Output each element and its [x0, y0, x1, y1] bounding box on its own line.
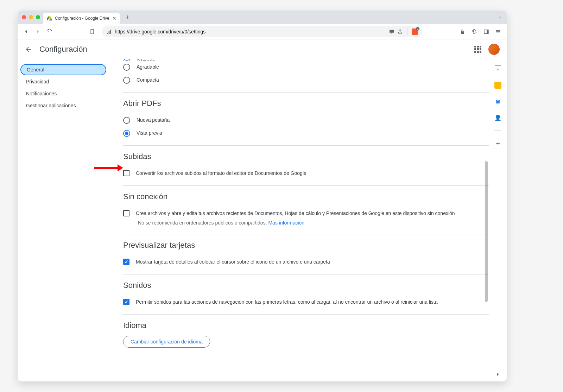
- checkbox-offline[interactable]: [123, 210, 129, 216]
- sidepanel-icon[interactable]: [481, 27, 491, 37]
- section-preview-cards: Previsualizar tarjetas Mostrar tarjeta d…: [123, 241, 493, 274]
- section-language: Idioma Cambiar configuración de idioma: [123, 321, 493, 353]
- add-addon-icon[interactable]: +: [496, 140, 500, 148]
- forward-button[interactable]: [33, 27, 43, 37]
- annotation-arrow: [94, 165, 123, 170]
- browser-tab[interactable]: Configuración - Google Drive ✕: [43, 13, 120, 24]
- desktop-icon[interactable]: [389, 29, 394, 34]
- section-title: Abrir PDFs: [123, 99, 493, 108]
- section-title: Subidas: [123, 152, 493, 161]
- browser-tab-strip: Configuración - Google Drive ✕ +: [18, 11, 507, 24]
- checkbox-label: Crea archivos y abre y edita tus archivo…: [136, 210, 455, 217]
- offline-note-text: No se recomienda en ordenadores públicos…: [138, 220, 268, 226]
- reload-button[interactable]: [45, 27, 55, 37]
- new-tab-button[interactable]: +: [123, 12, 132, 23]
- window-controls: [22, 15, 40, 19]
- scrollbar-thumb[interactable]: [485, 161, 488, 302]
- tab-title: Configuración - Google Drive: [55, 16, 109, 21]
- radio-density-comfortable[interactable]: [123, 59, 130, 61]
- checkbox-label: Permitir sonidos para las acciones de na…: [136, 298, 438, 306]
- section-title: Previsualizar tarjetas: [123, 241, 493, 250]
- svg-rect-1: [487, 30, 488, 33]
- google-apps-icon[interactable]: [474, 46, 481, 53]
- nav-notifications[interactable]: Notificaciones: [20, 88, 106, 99]
- drive-favicon-icon: [46, 15, 52, 21]
- section-title: Idioma: [123, 321, 493, 330]
- back-arrow-icon[interactable]: [25, 45, 32, 53]
- maximize-window-button[interactable]: [36, 15, 40, 19]
- settings-side-nav: General Privacidad Notificaciones Gestio…: [18, 59, 109, 381]
- url-text: https://drive.google.com/drive/u/0/setti…: [115, 29, 386, 34]
- section-offline: Sin conexión Crea archivos y abre y edit…: [123, 192, 493, 234]
- url-bar[interactable]: https://drive.google.com/drive/u/0/setti…: [102, 26, 422, 37]
- nav-privacy[interactable]: Privacidad: [20, 76, 106, 87]
- checkbox-preview-cards[interactable]: [123, 259, 129, 265]
- checkbox-convert-uploads[interactable]: [123, 170, 129, 176]
- radio-label: Nueva pestaña: [137, 116, 170, 124]
- close-tab-icon[interactable]: ✕: [112, 15, 116, 21]
- calendar-icon[interactable]: [494, 65, 501, 72]
- site-settings-icon[interactable]: [106, 29, 112, 34]
- share-icon[interactable]: [397, 29, 403, 34]
- checkbox-sounds[interactable]: [123, 299, 129, 305]
- offline-more-info-link[interactable]: Más información: [268, 220, 304, 226]
- back-button[interactable]: [21, 27, 31, 37]
- radio-density-compact[interactable]: [123, 77, 130, 84]
- nav-manage-apps[interactable]: Gestionar aplicaciones: [20, 100, 106, 111]
- account-avatar[interactable]: [488, 44, 500, 55]
- bookmark-icon[interactable]: [87, 27, 97, 37]
- minimize-window-button[interactable]: [29, 15, 33, 19]
- sounds-restart-list-link[interactable]: reiniciar una lista: [401, 299, 438, 305]
- radio-label: Agradable: [137, 63, 159, 71]
- nav-general[interactable]: General: [20, 64, 106, 75]
- settings-header: Configuración: [18, 39, 507, 59]
- radio-pdf-new-tab[interactable]: [123, 117, 130, 124]
- close-window-button[interactable]: [22, 15, 26, 19]
- section-title: Sonidos: [123, 281, 493, 290]
- collapse-sidepanel-icon[interactable]: [495, 372, 501, 377]
- section-open-pdfs: Abrir PDFs Nueva pestaña Vista previa: [123, 99, 493, 146]
- side-panel-divider: [494, 130, 501, 131]
- radio-label: Compacta: [137, 76, 159, 84]
- radio-label: Vista previa: [137, 129, 162, 137]
- section-density: Cómoda Agradable Compacta: [123, 59, 493, 93]
- radio-density-agradable[interactable]: [123, 64, 130, 71]
- google-side-panel: ◙ 👤 +: [489, 59, 507, 381]
- contacts-icon[interactable]: 👤: [494, 114, 501, 121]
- tasks-icon[interactable]: ◙: [494, 98, 501, 105]
- section-title: Sin conexión: [123, 192, 493, 201]
- checkbox-label: Mostrar tarjeta de detalles al colocar e…: [136, 258, 330, 266]
- radio-label: Cómoda: [137, 59, 155, 61]
- settings-panel[interactable]: Cómoda Agradable Compacta Abrir PDFs: [109, 59, 507, 381]
- extensions-icon[interactable]: [469, 27, 479, 37]
- browser-toolbar: https://drive.google.com/drive/u/0/setti…: [18, 24, 507, 39]
- tabs-dropdown-icon[interactable]: [498, 15, 502, 20]
- browser-menu-icon[interactable]: [493, 27, 503, 37]
- page-title: Configuración: [39, 45, 87, 54]
- radio-pdf-preview[interactable]: [123, 130, 130, 137]
- offline-note: No se recomienda en ordenadores públicos…: [136, 220, 455, 226]
- brave-shield-icon[interactable]: [412, 29, 418, 35]
- keep-icon[interactable]: [494, 82, 501, 89]
- change-language-button[interactable]: Cambiar configuración de idioma: [123, 336, 210, 348]
- section-uploads: Subidas Convertir los archivos subidos a…: [123, 152, 493, 186]
- section-sounds: Sonidos Permitir sonidos para las accion…: [123, 281, 493, 315]
- checkbox-label: Convertir los archivos subidos al format…: [136, 170, 306, 177]
- sounds-desc-a: Permitir sonidos para las acciones de na…: [136, 299, 401, 305]
- password-manager-icon[interactable]: [457, 27, 467, 37]
